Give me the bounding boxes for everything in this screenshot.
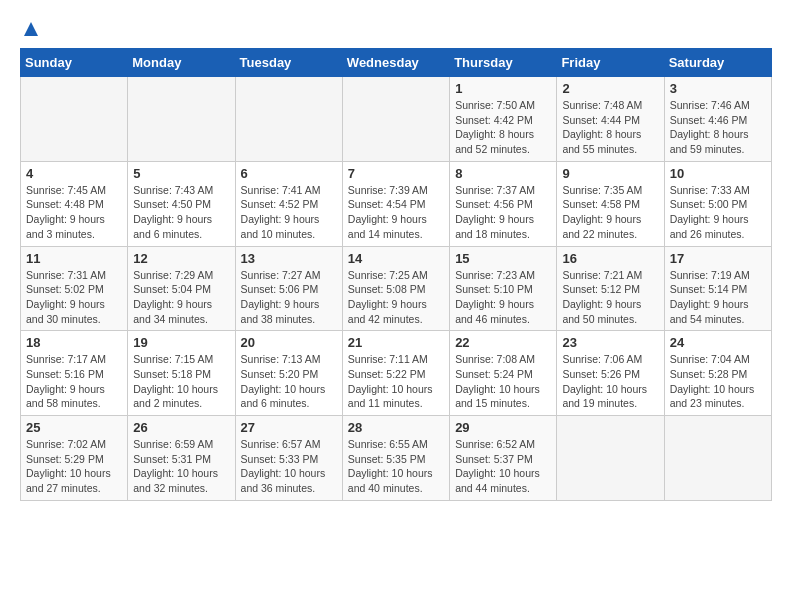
day-info: Sunrise: 7:15 AM Sunset: 5:18 PM Dayligh… (133, 352, 229, 411)
calendar-cell: 25Sunrise: 7:02 AM Sunset: 5:29 PM Dayli… (21, 416, 128, 501)
day-info: Sunrise: 7:50 AM Sunset: 4:42 PM Dayligh… (455, 98, 551, 157)
day-number: 22 (455, 335, 551, 350)
day-info: Sunrise: 7:17 AM Sunset: 5:16 PM Dayligh… (26, 352, 122, 411)
calendar-header-thursday: Thursday (450, 49, 557, 77)
calendar-header-wednesday: Wednesday (342, 49, 449, 77)
calendar-cell (235, 77, 342, 162)
day-info: Sunrise: 7:46 AM Sunset: 4:46 PM Dayligh… (670, 98, 766, 157)
calendar-cell: 1Sunrise: 7:50 AM Sunset: 4:42 PM Daylig… (450, 77, 557, 162)
day-number: 20 (241, 335, 337, 350)
calendar-cell: 6Sunrise: 7:41 AM Sunset: 4:52 PM Daylig… (235, 161, 342, 246)
calendar-header-monday: Monday (128, 49, 235, 77)
calendar-cell (21, 77, 128, 162)
calendar-cell: 29Sunrise: 6:52 AM Sunset: 5:37 PM Dayli… (450, 416, 557, 501)
calendar-cell: 10Sunrise: 7:33 AM Sunset: 5:00 PM Dayli… (664, 161, 771, 246)
calendar-cell: 21Sunrise: 7:11 AM Sunset: 5:22 PM Dayli… (342, 331, 449, 416)
page-header (20, 16, 772, 40)
day-info: Sunrise: 7:35 AM Sunset: 4:58 PM Dayligh… (562, 183, 658, 242)
day-info: Sunrise: 6:57 AM Sunset: 5:33 PM Dayligh… (241, 437, 337, 496)
day-info: Sunrise: 7:25 AM Sunset: 5:08 PM Dayligh… (348, 268, 444, 327)
calendar-cell: 12Sunrise: 7:29 AM Sunset: 5:04 PM Dayli… (128, 246, 235, 331)
calendar-header-tuesday: Tuesday (235, 49, 342, 77)
day-number: 10 (670, 166, 766, 181)
day-info: Sunrise: 7:48 AM Sunset: 4:44 PM Dayligh… (562, 98, 658, 157)
calendar-cell: 16Sunrise: 7:21 AM Sunset: 5:12 PM Dayli… (557, 246, 664, 331)
day-info: Sunrise: 7:41 AM Sunset: 4:52 PM Dayligh… (241, 183, 337, 242)
day-info: Sunrise: 7:29 AM Sunset: 5:04 PM Dayligh… (133, 268, 229, 327)
day-info: Sunrise: 7:19 AM Sunset: 5:14 PM Dayligh… (670, 268, 766, 327)
day-number: 13 (241, 251, 337, 266)
day-info: Sunrise: 7:04 AM Sunset: 5:28 PM Dayligh… (670, 352, 766, 411)
day-info: Sunrise: 7:08 AM Sunset: 5:24 PM Dayligh… (455, 352, 551, 411)
calendar-cell: 2Sunrise: 7:48 AM Sunset: 4:44 PM Daylig… (557, 77, 664, 162)
calendar-header-row: SundayMondayTuesdayWednesdayThursdayFrid… (21, 49, 772, 77)
day-number: 6 (241, 166, 337, 181)
calendar-cell: 18Sunrise: 7:17 AM Sunset: 5:16 PM Dayli… (21, 331, 128, 416)
logo (20, 20, 40, 40)
calendar-header-saturday: Saturday (664, 49, 771, 77)
calendar-cell: 17Sunrise: 7:19 AM Sunset: 5:14 PM Dayli… (664, 246, 771, 331)
day-number: 16 (562, 251, 658, 266)
calendar-week-2: 4Sunrise: 7:45 AM Sunset: 4:48 PM Daylig… (21, 161, 772, 246)
calendar-cell: 23Sunrise: 7:06 AM Sunset: 5:26 PM Dayli… (557, 331, 664, 416)
day-number: 29 (455, 420, 551, 435)
calendar-cell: 20Sunrise: 7:13 AM Sunset: 5:20 PM Dayli… (235, 331, 342, 416)
calendar-table: SundayMondayTuesdayWednesdayThursdayFrid… (20, 48, 772, 501)
day-number: 25 (26, 420, 122, 435)
day-number: 21 (348, 335, 444, 350)
day-info: Sunrise: 7:31 AM Sunset: 5:02 PM Dayligh… (26, 268, 122, 327)
calendar-cell: 4Sunrise: 7:45 AM Sunset: 4:48 PM Daylig… (21, 161, 128, 246)
calendar-cell: 11Sunrise: 7:31 AM Sunset: 5:02 PM Dayli… (21, 246, 128, 331)
day-number: 1 (455, 81, 551, 96)
day-number: 23 (562, 335, 658, 350)
calendar-cell (664, 416, 771, 501)
calendar-cell: 15Sunrise: 7:23 AM Sunset: 5:10 PM Dayli… (450, 246, 557, 331)
day-number: 11 (26, 251, 122, 266)
day-number: 14 (348, 251, 444, 266)
day-info: Sunrise: 7:11 AM Sunset: 5:22 PM Dayligh… (348, 352, 444, 411)
day-info: Sunrise: 7:43 AM Sunset: 4:50 PM Dayligh… (133, 183, 229, 242)
calendar-week-5: 25Sunrise: 7:02 AM Sunset: 5:29 PM Dayli… (21, 416, 772, 501)
day-number: 18 (26, 335, 122, 350)
day-info: Sunrise: 7:27 AM Sunset: 5:06 PM Dayligh… (241, 268, 337, 327)
calendar-cell: 3Sunrise: 7:46 AM Sunset: 4:46 PM Daylig… (664, 77, 771, 162)
calendar-cell: 26Sunrise: 6:59 AM Sunset: 5:31 PM Dayli… (128, 416, 235, 501)
calendar-cell (128, 77, 235, 162)
day-info: Sunrise: 7:02 AM Sunset: 5:29 PM Dayligh… (26, 437, 122, 496)
calendar-cell: 14Sunrise: 7:25 AM Sunset: 5:08 PM Dayli… (342, 246, 449, 331)
calendar-header-friday: Friday (557, 49, 664, 77)
calendar-cell: 9Sunrise: 7:35 AM Sunset: 4:58 PM Daylig… (557, 161, 664, 246)
day-number: 24 (670, 335, 766, 350)
day-info: Sunrise: 7:13 AM Sunset: 5:20 PM Dayligh… (241, 352, 337, 411)
day-number: 7 (348, 166, 444, 181)
day-info: Sunrise: 6:59 AM Sunset: 5:31 PM Dayligh… (133, 437, 229, 496)
day-info: Sunrise: 7:23 AM Sunset: 5:10 PM Dayligh… (455, 268, 551, 327)
calendar-week-1: 1Sunrise: 7:50 AM Sunset: 4:42 PM Daylig… (21, 77, 772, 162)
day-number: 26 (133, 420, 229, 435)
calendar-cell: 28Sunrise: 6:55 AM Sunset: 5:35 PM Dayli… (342, 416, 449, 501)
calendar-cell (557, 416, 664, 501)
day-info: Sunrise: 7:37 AM Sunset: 4:56 PM Dayligh… (455, 183, 551, 242)
day-number: 3 (670, 81, 766, 96)
calendar-cell: 27Sunrise: 6:57 AM Sunset: 5:33 PM Dayli… (235, 416, 342, 501)
day-info: Sunrise: 6:55 AM Sunset: 5:35 PM Dayligh… (348, 437, 444, 496)
calendar-header-sunday: Sunday (21, 49, 128, 77)
svg-marker-0 (24, 22, 38, 36)
calendar-cell: 7Sunrise: 7:39 AM Sunset: 4:54 PM Daylig… (342, 161, 449, 246)
day-number: 27 (241, 420, 337, 435)
day-info: Sunrise: 7:39 AM Sunset: 4:54 PM Dayligh… (348, 183, 444, 242)
day-number: 4 (26, 166, 122, 181)
day-info: Sunrise: 7:06 AM Sunset: 5:26 PM Dayligh… (562, 352, 658, 411)
day-info: Sunrise: 6:52 AM Sunset: 5:37 PM Dayligh… (455, 437, 551, 496)
day-number: 28 (348, 420, 444, 435)
calendar-week-3: 11Sunrise: 7:31 AM Sunset: 5:02 PM Dayli… (21, 246, 772, 331)
calendar-cell: 8Sunrise: 7:37 AM Sunset: 4:56 PM Daylig… (450, 161, 557, 246)
calendar-cell: 22Sunrise: 7:08 AM Sunset: 5:24 PM Dayli… (450, 331, 557, 416)
calendar-week-4: 18Sunrise: 7:17 AM Sunset: 5:16 PM Dayli… (21, 331, 772, 416)
day-number: 9 (562, 166, 658, 181)
day-info: Sunrise: 7:21 AM Sunset: 5:12 PM Dayligh… (562, 268, 658, 327)
calendar-cell: 13Sunrise: 7:27 AM Sunset: 5:06 PM Dayli… (235, 246, 342, 331)
day-number: 5 (133, 166, 229, 181)
day-number: 17 (670, 251, 766, 266)
calendar-cell: 24Sunrise: 7:04 AM Sunset: 5:28 PM Dayli… (664, 331, 771, 416)
